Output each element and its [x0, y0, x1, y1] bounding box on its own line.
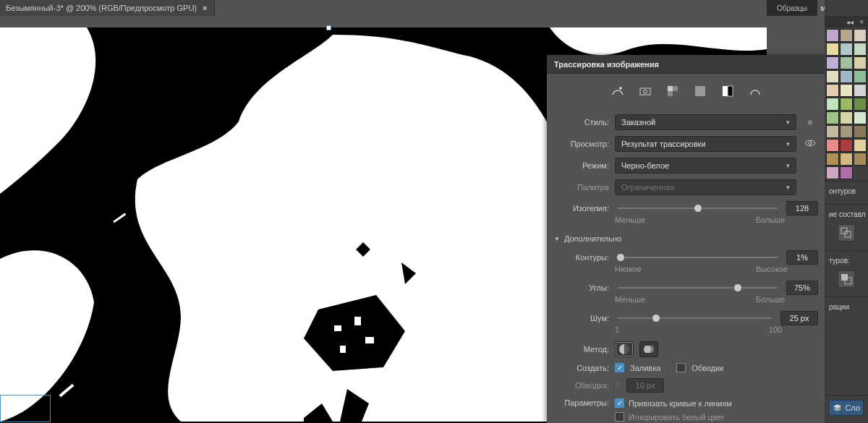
swatch[interactable] [826, 70, 839, 83]
view-select[interactable]: Результат трассировки ▾ [615, 136, 796, 152]
document-tab-bar: Безымянный-3* @ 200% (RGB/Предпросмотр G… [0, 0, 868, 16]
mode-label: Режим: [554, 161, 609, 170]
compound-shape-icon[interactable] [838, 224, 855, 242]
noise-value[interactable]: 25 px [780, 311, 818, 325]
svg-rect-17 [728, 86, 733, 96]
svg-rect-19 [841, 228, 847, 234]
preset-grey-icon[interactable] [693, 84, 707, 98]
advanced-section-toggle[interactable]: ▼ Дополнительно [547, 228, 825, 247]
method-overlapping-button[interactable] [639, 341, 658, 357]
swatch[interactable] [826, 56, 839, 69]
preset-shades-icon[interactable] [665, 84, 680, 98]
swatch[interactable] [826, 98, 839, 111]
paths-value[interactable]: 1% [786, 250, 818, 265]
document-tab[interactable]: Безымянный-3* @ 200% (RGB/Предпросмотр G… [0, 0, 215, 16]
slider-thumb[interactable] [733, 283, 742, 292]
swatch[interactable] [826, 153, 839, 166]
collapse-icon[interactable]: ◂◂ [846, 18, 854, 26]
chevron-down-icon: ▾ [786, 162, 790, 169]
noise-label: Шум: [554, 314, 609, 322]
swatch[interactable] [840, 70, 853, 83]
method-label: Метод: [554, 345, 609, 354]
swatch[interactable] [826, 111, 839, 124]
swatch[interactable] [854, 29, 867, 42]
swatch[interactable] [826, 84, 839, 97]
swatch[interactable] [840, 153, 853, 166]
swatch[interactable] [840, 111, 853, 124]
svg-point-10 [643, 90, 647, 93]
slider-thumb[interactable] [616, 253, 625, 262]
swatch[interactable] [840, 98, 853, 111]
swatch[interactable] [826, 139, 839, 152]
swatch[interactable] [854, 139, 867, 152]
panel-title[interactable]: Трассировка изображения [547, 55, 825, 74]
selection-marquee[interactable] [0, 395, 51, 422]
swatch[interactable] [826, 43, 839, 56]
swatch[interactable] [854, 111, 867, 124]
panel-menu-icon[interactable]: ≡ [802, 118, 818, 127]
pathfinder-icon[interactable] [838, 270, 855, 288]
selection-handle[interactable] [326, 25, 331, 30]
palette-label: Палитра [554, 183, 609, 192]
swatches-tab[interactable]: Образцы [767, 0, 817, 16]
preview-eye-icon[interactable] [802, 139, 818, 149]
close-icon[interactable]: × [201, 4, 208, 12]
svg-rect-20 [845, 231, 851, 237]
fills-checkbox[interactable]: ✓ [615, 363, 624, 372]
swatch-grid [825, 27, 868, 181]
swatch[interactable] [826, 125, 839, 138]
strokes-checkbox[interactable] [676, 363, 686, 372]
preset-outline-icon[interactable] [748, 84, 762, 98]
slider-thumb[interactable] [694, 204, 702, 213]
swatch[interactable] [840, 56, 853, 69]
swatch[interactable] [840, 84, 853, 97]
threshold-slider[interactable] [618, 208, 778, 209]
swatch[interactable] [826, 166, 839, 179]
dock-graphics-label: рации [827, 300, 865, 314]
svg-rect-16 [723, 86, 728, 96]
swatch[interactable] [854, 70, 867, 83]
style-select[interactable]: Заказной ▾ [615, 114, 796, 130]
chevron-down-icon: ▾ [786, 119, 790, 126]
corners-label: Углы: [554, 283, 609, 292]
svg-rect-15 [695, 86, 705, 96]
fills-label: Заливка [630, 364, 660, 372]
disclosure-triangle-icon: ▼ [554, 236, 560, 242]
swatch[interactable] [840, 43, 853, 56]
mode-select[interactable]: Черно-белое ▾ [615, 158, 796, 174]
layers-button[interactable]: Сло [829, 400, 864, 416]
close-icon[interactable]: × [859, 18, 864, 26]
paths-slider[interactable] [618, 257, 778, 258]
threshold-label: Изогелия: [554, 204, 609, 213]
preset-auto-color-icon[interactable] [610, 84, 625, 98]
swatch[interactable] [854, 56, 867, 69]
corners-value[interactable]: 75% [786, 281, 818, 295]
dock-collapse-bar: ◂◂ × [825, 16, 868, 27]
svg-rect-14 [673, 91, 678, 96]
swatch[interactable] [840, 125, 853, 138]
swatch[interactable] [840, 139, 853, 152]
corners-slider[interactable] [618, 287, 778, 289]
swatch[interactable] [854, 43, 867, 56]
ignore-white-checkbox[interactable] [615, 412, 624, 422]
method-abutting-button[interactable] [615, 341, 634, 357]
swatch[interactable] [854, 153, 867, 166]
strokes-label: Обводки [692, 364, 723, 372]
slider-thumb[interactable] [652, 314, 660, 322]
preset-photo-icon[interactable] [638, 84, 652, 98]
preset-bw-icon[interactable] [720, 84, 735, 98]
create-label: Создать: [554, 364, 609, 372]
swatch[interactable] [854, 125, 867, 138]
snap-curves-checkbox[interactable]: ✓ [615, 398, 624, 408]
swatch[interactable] [854, 84, 867, 97]
svg-rect-2 [334, 325, 341, 331]
threshold-value[interactable]: 128 [786, 201, 818, 215]
view-label: Просмотр: [554, 140, 609, 148]
swatch[interactable] [840, 29, 853, 42]
stroke-width-value: 10 px [626, 378, 664, 393]
swatch[interactable] [854, 98, 867, 111]
ignore-white-label: Игнорировать белый цвет [629, 413, 724, 422]
noise-slider[interactable] [618, 317, 772, 319]
swatch[interactable] [826, 29, 839, 42]
swatch[interactable] [840, 166, 853, 179]
